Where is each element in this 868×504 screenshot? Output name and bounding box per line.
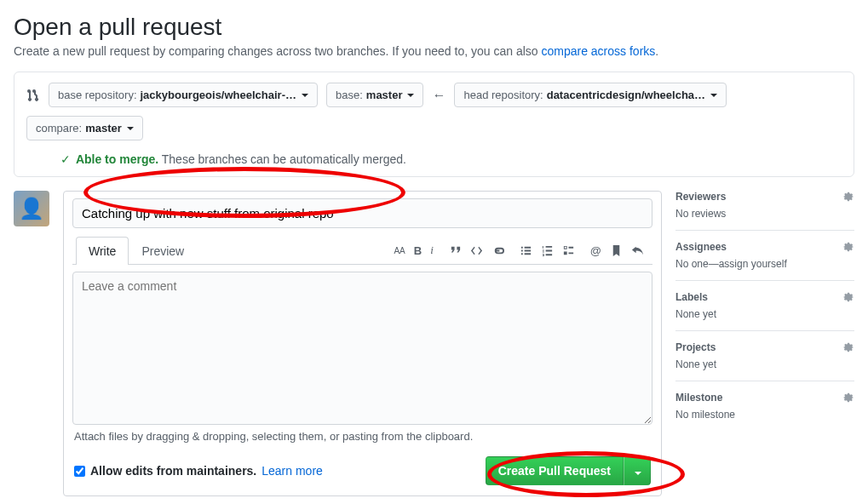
compare-branch-value: master	[85, 122, 122, 135]
base-branch-label: base:	[336, 89, 363, 101]
compare-across-forks-link[interactable]: compare across forks	[541, 44, 655, 58]
base-repo-value: jackybourgeois/wheelchair-…	[141, 89, 297, 101]
projects-heading: Projects	[675, 341, 716, 353]
caret-down-icon	[302, 94, 308, 97]
ul-icon[interactable]	[520, 244, 532, 257]
merge-ok-detail: These branches can be automatically merg…	[162, 152, 406, 166]
caret-down-icon	[635, 472, 641, 475]
gear-icon[interactable]	[842, 241, 854, 253]
page-title: Open a pull request	[14, 14, 854, 41]
base-branch-value: master	[366, 89, 403, 101]
compare-branch-select[interactable]: compare: master	[26, 116, 143, 140]
arrow-left-icon: ←	[432, 88, 445, 103]
base-repo-select[interactable]: base repository: jackybourgeois/wheelcha…	[49, 83, 318, 107]
bookmark-icon[interactable]	[610, 244, 623, 257]
quote-icon[interactable]	[449, 244, 462, 257]
bold-icon[interactable]: B	[414, 244, 422, 257]
pr-form-card: Write Preview AA B i	[63, 191, 662, 496]
heading-icon[interactable]: AA	[394, 246, 405, 255]
create-pr-button[interactable]: Create Pull Request	[486, 456, 624, 485]
compare-branch-label: compare:	[36, 122, 82, 135]
tab-preview[interactable]: Preview	[129, 237, 197, 265]
comment-textarea[interactable]	[72, 272, 652, 425]
labels-body: None yet	[675, 308, 854, 320]
caret-down-icon	[127, 127, 134, 130]
head-repo-label: head repository:	[463, 89, 543, 101]
allow-edits-checkbox[interactable]	[74, 466, 85, 477]
tab-bar: Write Preview AA B i	[72, 237, 652, 265]
compare-box: base repository: jackybourgeois/wheelcha…	[14, 72, 854, 177]
reviewers-heading: Reviewers	[675, 191, 726, 203]
tasklist-icon[interactable]	[562, 244, 575, 257]
italic-icon[interactable]: i	[430, 243, 434, 257]
create-pr-dropdown[interactable]	[624, 456, 651, 485]
pr-title-input[interactable]	[72, 198, 652, 228]
milestone-heading: Milestone	[675, 392, 722, 404]
allow-edits-text: Allow edits from maintainers.	[90, 464, 256, 478]
learn-more-link[interactable]: Learn more	[262, 464, 323, 478]
assignees-heading: Assignees	[675, 241, 727, 253]
projects-body: None yet	[675, 358, 854, 370]
base-repo-label: base repository:	[58, 89, 137, 101]
base-branch-select[interactable]: base: master	[326, 83, 423, 107]
mention-icon[interactable]: @	[590, 244, 601, 257]
ol-icon[interactable]	[541, 244, 554, 257]
gear-icon[interactable]	[842, 392, 854, 404]
gear-icon[interactable]	[842, 291, 854, 303]
compare-icon	[26, 89, 40, 102]
allow-edits-label[interactable]: Allow edits from maintainers. Learn more	[74, 464, 323, 478]
markdown-toolbar: AA B i	[394, 243, 649, 257]
sidebar: Reviewers No reviews Assignees No one—as…	[675, 191, 854, 431]
milestone-body: No milestone	[675, 409, 854, 421]
link-icon[interactable]	[491, 244, 504, 257]
page-subhead: Create a new pull request by comparing c…	[14, 44, 854, 58]
reply-icon[interactable]	[631, 244, 644, 257]
gear-icon[interactable]	[842, 341, 854, 353]
assignees-body: No one—assign yourself	[675, 258, 854, 270]
subhead-text: Create a new pull request by comparing c…	[14, 44, 541, 58]
tab-write[interactable]: Write	[76, 237, 129, 265]
reviewers-body: No reviews	[675, 208, 854, 220]
head-repo-select[interactable]: head repository: datacentricdesign/wheel…	[454, 83, 727, 107]
caret-down-icon	[710, 94, 717, 97]
subhead-suffix: .	[655, 44, 658, 58]
attach-hint[interactable]: Attach files by dragging & dropping, sel…	[72, 424, 652, 443]
code-icon[interactable]	[470, 244, 483, 257]
labels-heading: Labels	[675, 291, 708, 303]
check-icon: ✓	[60, 152, 71, 166]
caret-down-icon	[407, 94, 414, 97]
merge-status: ✓ Able to merge. These branches can be a…	[26, 152, 842, 166]
gear-icon[interactable]	[842, 191, 854, 203]
head-repo-value: datacentricdesign/wheelcha…	[547, 89, 705, 101]
avatar: 👤	[14, 191, 49, 226]
merge-ok-label: Able to merge.	[76, 152, 158, 166]
assignees-text[interactable]: No one—assign yourself	[675, 258, 787, 270]
